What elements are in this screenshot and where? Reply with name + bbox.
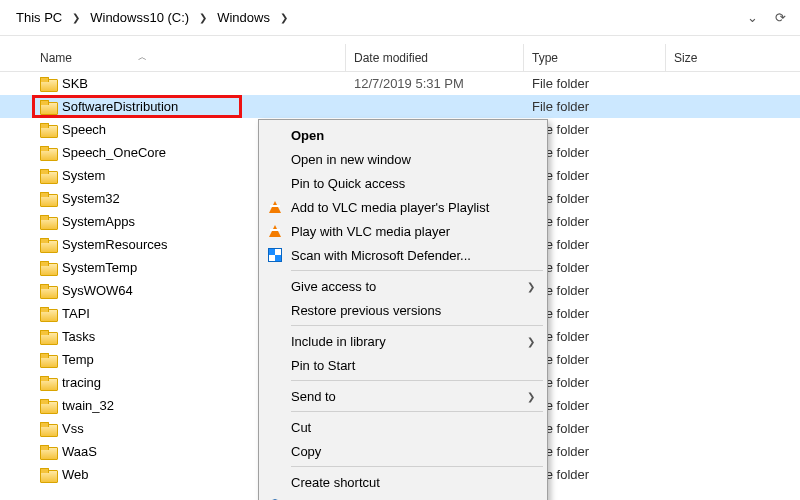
file-name: SysWOW64 [62,283,133,298]
file-type: File folder [524,99,666,114]
folder-icon [40,445,56,459]
menu-pin-quick-access[interactable]: Pin to Quick access [261,171,545,195]
file-name: tracing [62,375,101,390]
menu-give-access-label: Give access to [291,279,376,294]
column-date[interactable]: Date modified [346,44,524,71]
crumb-windows[interactable]: Windows [213,8,274,27]
file-name: twain_32 [62,398,114,413]
folder-icon [40,238,56,252]
vlc-icon [267,199,283,215]
chevron-right-icon[interactable]: ❯ [274,12,294,23]
folder-icon [40,399,56,413]
file-name: Temp [62,352,94,367]
menu-send-to[interactable]: Send to ❯ [261,384,545,408]
menu-cut[interactable]: Cut [261,415,545,439]
menu-include-library[interactable]: Include in library ❯ [261,329,545,353]
folder-icon [40,422,56,436]
file-name: Tasks [62,329,95,344]
chevron-right-icon[interactable]: ❯ [193,12,213,23]
file-name: Speech [62,122,106,137]
menu-defender-label: Scan with Microsoft Defender... [291,248,471,263]
menu-separator [291,466,543,467]
folder-icon [40,169,56,183]
folder-icon [40,192,56,206]
table-row[interactable]: SoftwareDistributionFile folder [0,95,800,118]
file-name: SystemResources [62,237,167,252]
folder-icon [40,468,56,482]
menu-copy[interactable]: Copy [261,439,545,463]
menu-restore-versions[interactable]: Restore previous versions [261,298,545,322]
submenu-arrow-icon: ❯ [527,391,535,402]
menu-create-shortcut[interactable]: Create shortcut [261,470,545,494]
column-name[interactable]: Name ︿ [0,44,346,71]
chevron-right-icon[interactable]: ❯ [66,12,86,23]
file-name: WaaS [62,444,97,459]
menu-separator [291,411,543,412]
folder-icon [40,330,56,344]
file-type: File folder [524,76,666,91]
menu-open[interactable]: Open [261,123,545,147]
folder-icon [40,100,56,114]
file-name: Speech_OneCore [62,145,166,160]
file-name: SystemTemp [62,260,137,275]
refresh-button[interactable]: ⟳ [768,6,792,30]
file-name: Web [62,467,89,482]
folder-icon [40,215,56,229]
vlc-icon [267,223,283,239]
crumb-this-pc[interactable]: This PC [12,8,66,27]
menu-defender-scan[interactable]: Scan with Microsoft Defender... [261,243,545,267]
breadcrumb[interactable]: This PC ❯ Windowss10 (C:) ❯ Windows ❯ ⌄ … [0,0,800,36]
file-list: SKB12/7/2019 5:31 PMFile folderSoftwareD… [0,72,800,486]
folder-icon [40,376,56,390]
menu-open-new-window[interactable]: Open in new window [261,147,545,171]
column-headers: Name ︿ Date modified Type Size [0,44,800,72]
column-type[interactable]: Type [524,44,666,71]
menu-vlc-add[interactable]: Add to VLC media player's Playlist [261,195,545,219]
file-name: TAPI [62,306,90,321]
folder-icon [40,284,56,298]
submenu-arrow-icon: ❯ [527,336,535,347]
menu-vlc-play[interactable]: Play with VLC media player [261,219,545,243]
folder-icon [40,307,56,321]
menu-include-library-label: Include in library [291,334,386,349]
menu-pin-start[interactable]: Pin to Start [261,353,545,377]
file-name: System [62,168,105,183]
menu-give-access[interactable]: Give access to ❯ [261,274,545,298]
menu-delete[interactable]: Delete [261,494,545,500]
menu-separator [291,325,543,326]
menu-send-to-label: Send to [291,389,336,404]
file-date: 12/7/2019 5:31 PM [346,76,524,91]
file-name: System32 [62,191,120,206]
folder-icon [40,353,56,367]
defender-icon [267,247,283,263]
menu-vlc-add-label: Add to VLC media player's Playlist [291,200,489,215]
file-name: SystemApps [62,214,135,229]
menu-separator [291,270,543,271]
folder-icon [40,146,56,160]
folder-icon [40,77,56,91]
context-menu: Open Open in new window Pin to Quick acc… [258,119,548,500]
history-dropdown-button[interactable]: ⌄ [740,6,764,30]
menu-vlc-play-label: Play with VLC media player [291,224,450,239]
file-name: Vss [62,421,84,436]
table-row[interactable]: SKB12/7/2019 5:31 PMFile folder [0,72,800,95]
menu-separator [291,380,543,381]
folder-icon [40,123,56,137]
file-name: SoftwareDistribution [62,99,178,114]
folder-icon [40,261,56,275]
crumb-drive[interactable]: Windowss10 (C:) [86,8,193,27]
column-name-label: Name [40,51,72,65]
sort-asc-icon: ︿ [138,51,147,64]
submenu-arrow-icon: ❯ [527,281,535,292]
file-name: SKB [62,76,88,91]
column-size[interactable]: Size [666,44,800,71]
